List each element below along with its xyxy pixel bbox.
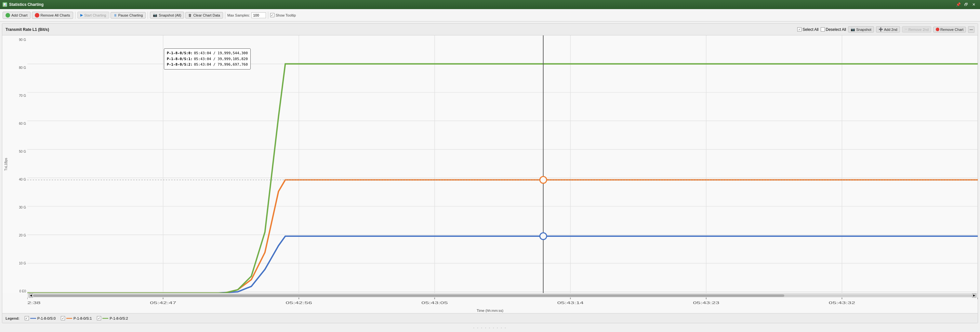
legend-cb-1[interactable]: ✓: [61, 316, 65, 320]
separator-2: [148, 12, 148, 19]
select-all-checkbox[interactable]: ✓: [797, 27, 802, 32]
x-axis-area: 05:42:38 05:42:47 05:42:56 05:43:05 05:4…: [27, 297, 978, 308]
y-tick-50g: 50 G: [10, 150, 26, 153]
scroll-left-button[interactable]: ◀: [29, 293, 33, 298]
point-s0: [540, 233, 547, 240]
legend-cb-2[interactable]: ✓: [97, 316, 101, 320]
svg-text:05:42:38: 05:42:38: [27, 301, 41, 305]
snapshot-all-button[interactable]: 📷 Snapshot (All): [150, 12, 184, 19]
remove-all-charts-button[interactable]: Remove All Charts: [32, 12, 73, 19]
y-tick-80g: 80 G: [10, 66, 26, 70]
app-title: Statistics Charting: [9, 2, 44, 7]
legend-swatch-1: [66, 317, 72, 320]
remove-2nd-button[interactable]: ✂ Remove 2nd: [902, 26, 931, 32]
y-tick-10g: 10 G: [10, 262, 26, 265]
add-2nd-button[interactable]: ➕ Add 2nd: [876, 26, 900, 32]
window-controls: 📌 🗗 ✕: [955, 1, 977, 8]
title-bar: 📊 Statistics Charting 📌 🗗 ✕: [0, 0, 980, 9]
legend-name-0: P-1-8-0/S:0: [37, 316, 56, 320]
clear-chart-data-button[interactable]: 🗑 Clear Chart Data: [185, 12, 223, 19]
max-samples-group: Max Samples:: [227, 12, 266, 18]
legend-label: Legend:: [6, 316, 19, 320]
legend-swatch-2: [102, 317, 108, 320]
y-tick-0: 0 E0: [10, 289, 26, 293]
start-charting-button[interactable]: ▶ Start Charting: [77, 12, 109, 19]
series-s0: [27, 236, 978, 293]
pin-button[interactable]: 📌: [955, 1, 962, 8]
deselect-all-group: Deselect All: [821, 27, 846, 32]
svg-text:05:42:56: 05:42:56: [286, 301, 312, 305]
legend-item-1: ✓ P-1-8-0/S:1: [61, 316, 92, 320]
remove-chart-button[interactable]: Remove Chart: [933, 27, 966, 32]
pause-charting-button[interactable]: ⏸ Pause Charting: [111, 12, 146, 19]
series-s2: [27, 64, 978, 293]
svg-text:05:43:05: 05:43:05: [422, 301, 448, 305]
remove-icon: [35, 13, 39, 17]
deselect-all-label: Deselect All: [826, 27, 846, 32]
clear-icon: 🗑: [188, 13, 192, 17]
legend-cb-0[interactable]: ✓: [25, 316, 29, 320]
app-icon: 📊: [3, 2, 7, 7]
y-axis-ticks: 90 G 80 G 70 G 60 G 50 G 40 G 30 G 20 G …: [10, 35, 27, 293]
svg-text:05:43:32: 05:43:32: [829, 301, 855, 305]
snapshot-btn-icon: 📷: [851, 27, 855, 32]
y-tick-30g: 30 G: [10, 206, 26, 209]
show-tooltip-label: Show Tooltip: [276, 13, 296, 17]
chart-svg-container[interactable]: P-1-8-0/S:0: 05:43:04 / 19,999,544,300 P…: [27, 35, 978, 293]
y-tick-40g: 40 G: [10, 178, 26, 181]
collapse-button[interactable]: —: [968, 26, 974, 33]
dots-indicator: - - - - - - - - -: [0, 325, 980, 330]
show-tooltip-checkbox[interactable]: ✓: [270, 13, 274, 17]
legend-bar: Legend: ✓ P-1-8-0/S:0 ✓ P-1-8-0/S:1 ✓ P-…: [2, 313, 978, 323]
separator-4: [268, 12, 268, 19]
chart-panel: Transmit Rate L1 (Bit/s) ✓ Select All De…: [2, 24, 978, 323]
restore-button[interactable]: 🗗: [963, 1, 970, 8]
legend-item-0: ✓ P-1-8-0/S:0: [25, 316, 56, 320]
toolbar: Add Chart Remove All Charts ▶ Start Char…: [0, 9, 980, 21]
start-icon: ▶: [80, 13, 83, 17]
point-s1: [540, 176, 547, 183]
scrollbar-thumb[interactable]: [33, 294, 784, 297]
scroll-right-button[interactable]: ▶: [972, 293, 977, 298]
add-2nd-icon: ➕: [878, 27, 883, 32]
svg-text:05:43:23: 05:43:23: [693, 301, 719, 305]
chart-header-controls: ✓ Select All Deselect All 📷 Snapshot ➕ A…: [797, 26, 974, 33]
chart-svg: [27, 35, 978, 293]
snapshot-button[interactable]: 📷 Snapshot: [848, 26, 874, 32]
snapshot-icon: 📷: [153, 13, 158, 17]
show-tooltip-group: ✓ Show Tooltip: [270, 13, 296, 17]
x-axis-svg: 05:42:38 05:42:47 05:42:56 05:43:05 05:4…: [27, 297, 978, 308]
scrollbar-track: [33, 294, 972, 297]
max-samples-label: Max Samples:: [227, 13, 250, 17]
max-samples-input[interactable]: [251, 12, 266, 18]
select-all-label: Select All: [802, 27, 818, 32]
remove-2nd-icon: ✂: [905, 27, 907, 32]
svg-text:05:43:14: 05:43:14: [557, 301, 584, 305]
svg-text:05:42:47: 05:42:47: [150, 301, 176, 305]
y-axis-label: TxL1Bps: [2, 35, 10, 293]
chart-area: TxL1Bps 90 G 80 G 70 G 60 G 50 G 40 G 30…: [2, 35, 978, 293]
legend-swatch-0: [30, 317, 36, 320]
separator-3: [225, 12, 225, 19]
select-all-group: ✓ Select All: [797, 27, 818, 32]
separator-1: [75, 12, 75, 19]
y-tick-60g: 60 G: [10, 122, 26, 125]
add-chart-button[interactable]: Add Chart: [3, 12, 30, 19]
close-button[interactable]: ✕: [970, 1, 977, 8]
legend-item-2: ✓ P-1-8-0/S:2: [97, 316, 128, 320]
deselect-all-checkbox[interactable]: [821, 27, 825, 32]
chart-title: Transmit Rate L1 (Bit/s): [6, 27, 49, 32]
y-tick-90g: 90 G: [10, 38, 26, 41]
y-tick-70g: 70 G: [10, 94, 26, 97]
scrollbar-area: ◀ ▶: [27, 293, 978, 297]
add-icon: [6, 13, 10, 17]
chart-header: Transmit Rate L1 (Bit/s) ✓ Select All De…: [2, 24, 978, 35]
remove-chart-icon: [936, 28, 939, 31]
y-tick-20g: 20 G: [10, 234, 26, 237]
time-label: Time (hh:mm:ss): [2, 308, 978, 313]
pause-icon: ⏸: [113, 13, 117, 17]
legend-name-1: P-1-8-0/S:1: [73, 316, 92, 320]
legend-name-2: P-1-8-0/S:2: [110, 316, 128, 320]
